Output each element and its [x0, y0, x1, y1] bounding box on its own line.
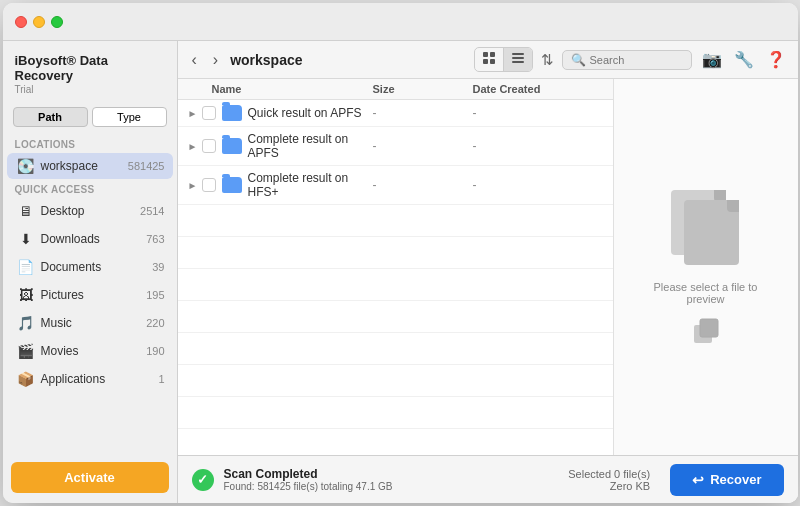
applications-icon: 📦: [17, 370, 35, 388]
toolbar-right: ⇅ 🔍 📷 🔧 ❓: [474, 47, 788, 72]
row-size-3: -: [373, 178, 473, 192]
row-checkbox-1[interactable]: [202, 106, 216, 120]
row-date-3: -: [473, 178, 603, 192]
svg-rect-4: [512, 53, 524, 55]
workspace-icon: 💽: [17, 157, 35, 175]
preview-text: Please select a file to preview: [634, 281, 778, 305]
sidebar-item-applications[interactable]: 📦 Applications 1: [7, 366, 173, 392]
status-text-area: Scan Completed Found: 581425 file(s) tot…: [224, 467, 559, 492]
documents-count: 39: [152, 261, 164, 273]
applications-label: Applications: [41, 372, 159, 386]
toolbar: ‹ › workspace: [178, 41, 798, 79]
row-name-1: Quick result on APFS: [248, 106, 373, 120]
close-button[interactable]: [15, 16, 27, 28]
desktop-icon: 🖥: [17, 202, 35, 220]
recover-button[interactable]: ↩ Recover: [670, 464, 783, 496]
search-input[interactable]: [590, 54, 683, 66]
selected-size-label: Zero KB: [568, 480, 650, 492]
row-name-3: Complete result on HFS+: [248, 171, 373, 199]
copy-icon-area: [666, 185, 746, 265]
svg-rect-5: [512, 57, 524, 59]
app-trial-label: Trial: [15, 84, 165, 95]
preview-pane: Please select a file to preview: [613, 79, 798, 455]
tab-type[interactable]: Type: [92, 107, 167, 127]
row-date-1: -: [473, 106, 603, 120]
folder-icon-1: [222, 105, 242, 121]
folder-icon-3: [222, 177, 242, 193]
tab-row: Path Type: [3, 99, 177, 135]
header-size-col: Size: [373, 83, 473, 95]
recover-label: Recover: [710, 472, 761, 487]
expand-arrow-2[interactable]: ►: [188, 141, 202, 152]
music-label: Music: [41, 316, 147, 330]
empty-row: [178, 269, 613, 301]
file-doc-2: [684, 200, 739, 265]
scan-complete-title: Scan Completed: [224, 467, 559, 481]
sort-icon[interactable]: ⇅: [541, 51, 554, 69]
pictures-label: Pictures: [41, 288, 147, 302]
folder-icon-2: [222, 138, 242, 154]
table-row[interactable]: ► Quick result on APFS - -: [178, 100, 613, 127]
sidebar-bottom: Activate: [3, 452, 177, 503]
scan-complete-subtitle: Found: 581425 file(s) totaling 47.1 GB: [224, 481, 559, 492]
preview-copy-icon: [692, 317, 720, 349]
applications-count: 1: [158, 373, 164, 385]
file-pane: Name Size Date Created ► Quick result on…: [178, 79, 798, 455]
workspace-count: 581425: [128, 160, 165, 172]
minimize-button[interactable]: [33, 16, 45, 28]
maximize-button[interactable]: [51, 16, 63, 28]
status-bar: ✓ Scan Completed Found: 581425 file(s) t…: [178, 455, 798, 503]
documents-label: Documents: [41, 260, 153, 274]
row-checkbox-3[interactable]: [202, 178, 216, 192]
empty-row: [178, 365, 613, 397]
view-grid-button[interactable]: [475, 48, 504, 71]
activate-button[interactable]: Activate: [11, 462, 169, 493]
header-date-col: Date Created: [473, 83, 603, 95]
sidebar-item-workspace[interactable]: 💽 workspace 581425: [7, 153, 173, 179]
movies-icon: 🎬: [17, 342, 35, 360]
workspace-label: workspace: [41, 159, 128, 173]
svg-rect-3: [490, 59, 495, 64]
downloads-icon: ⬇: [17, 230, 35, 248]
desktop-label: Desktop: [41, 204, 141, 218]
traffic-lights: [15, 16, 63, 28]
sidebar-header: iBoysoft® Data Recovery Trial: [3, 41, 177, 99]
sidebar-item-movies[interactable]: 🎬 Movies 190: [7, 338, 173, 364]
breadcrumb: workspace: [230, 52, 465, 68]
filter-icon[interactable]: 🔧: [732, 48, 756, 71]
row-date-2: -: [473, 139, 603, 153]
view-list-button[interactable]: [504, 48, 532, 71]
row-size-2: -: [373, 139, 473, 153]
table-row[interactable]: ► Complete result on HFS+ - -: [178, 166, 613, 205]
locations-label: Locations: [3, 135, 177, 152]
documents-icon: 📄: [17, 258, 35, 276]
movies-label: Movies: [41, 344, 147, 358]
expand-arrow-3[interactable]: ►: [188, 180, 202, 191]
forward-button[interactable]: ›: [209, 49, 222, 71]
app-title: iBoysoft® Data Recovery: [15, 53, 165, 83]
expand-arrow-1[interactable]: ►: [188, 108, 202, 119]
tab-path[interactable]: Path: [13, 107, 88, 127]
file-list-header: Name Size Date Created: [178, 79, 613, 100]
sidebar-item-desktop[interactable]: 🖥 Desktop 2514: [7, 198, 173, 224]
row-name-2: Complete result on APFS: [248, 132, 373, 160]
empty-row: [178, 301, 613, 333]
app-window: iBoysoft® Data Recovery Trial Path Type …: [3, 3, 798, 503]
pictures-icon: 🖼: [17, 286, 35, 304]
back-button[interactable]: ‹: [188, 49, 201, 71]
music-icon: 🎵: [17, 314, 35, 332]
search-box: 🔍: [562, 50, 692, 70]
sidebar-item-documents[interactable]: 📄 Documents 39: [7, 254, 173, 280]
table-row[interactable]: ► Complete result on APFS - -: [178, 127, 613, 166]
sidebar-item-downloads[interactable]: ⬇ Downloads 763: [7, 226, 173, 252]
camera-icon[interactable]: 📷: [700, 48, 724, 71]
downloads-count: 763: [146, 233, 164, 245]
sidebar-item-music[interactable]: 🎵 Music 220: [7, 310, 173, 336]
help-icon[interactable]: ❓: [764, 48, 788, 71]
sidebar-item-pictures[interactable]: 🖼 Pictures 195: [7, 282, 173, 308]
empty-row: [178, 333, 613, 365]
svg-rect-2: [483, 59, 488, 64]
row-checkbox-2[interactable]: [202, 139, 216, 153]
main-area: ‹ › workspace: [178, 41, 798, 503]
movies-count: 190: [146, 345, 164, 357]
